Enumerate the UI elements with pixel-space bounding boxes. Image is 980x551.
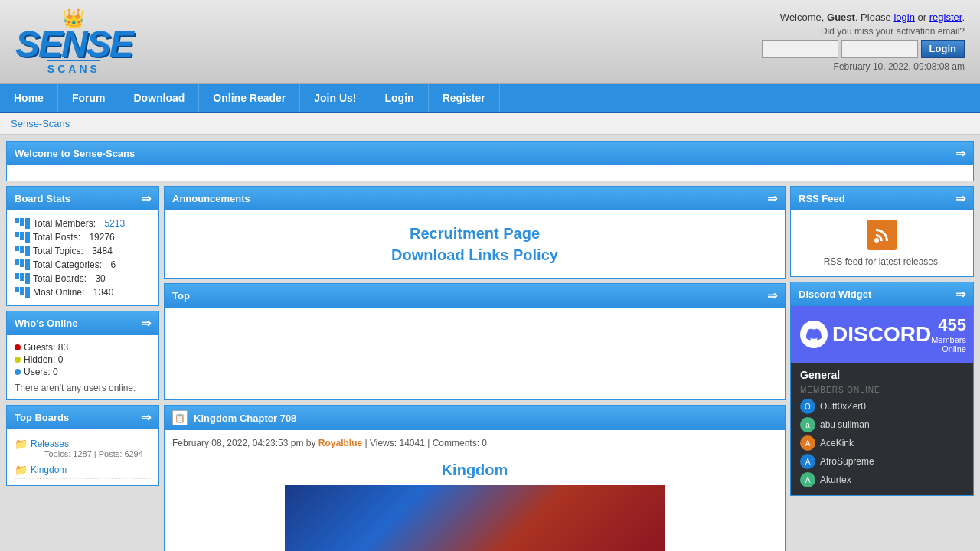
top-boards-toggle[interactable]: ⇒ — [141, 410, 151, 425]
discord-widget-toggle[interactable]: ⇒ — [956, 287, 965, 302]
board-kingdom: 📁 Kingdom — [15, 461, 151, 479]
stat-total-boards: Total Boards: 30 — [15, 272, 151, 285]
guests-row: Guests: 83 — [15, 341, 151, 354]
discord-widget-header: Discord Widget ⇒ — [791, 282, 973, 306]
board-kingdom-folder-icon: 📁 — [15, 464, 28, 476]
discord-widget-body: DISCORD 455 Members Online — [791, 306, 973, 363]
recruitment-link[interactable]: Recruitment Page — [177, 223, 773, 244]
nav-forum[interactable]: Forum — [58, 84, 120, 112]
whos-online-panel: Who's Online ⇒ Guests: 83 Hidden: 0 — [6, 311, 159, 400]
post-title[interactable]: Kingdom Chapter 708 — [194, 412, 296, 424]
post-by: by — [306, 438, 318, 448]
discord-section-label: MEMBERS ONLINE — [800, 386, 964, 394]
discord-count: 455 — [931, 315, 966, 335]
rss-feed-title: RSS Feed — [799, 193, 845, 204]
releases-stats: Topics: 1287 | Posts: 6294 — [44, 449, 143, 458]
announcements-toggle[interactable]: ⇒ — [767, 191, 777, 206]
stat-total-categories: Total Categories: 6 — [15, 258, 151, 272]
post-author[interactable]: Royalblue — [318, 438, 362, 448]
navigation: Home Forum Download Online Reader Join U… — [0, 84, 980, 113]
welcome-panel: Welcome to Sense-Scans ⇒ — [6, 141, 974, 181]
users-value: 0 — [53, 367, 58, 377]
discord-member-name-2: AceKink — [820, 438, 854, 448]
discord-avatar-1: a — [800, 417, 815, 432]
board-releases: 📁 Releases Topics: 1287 | Posts: 6294 — [15, 435, 151, 461]
top-panel-toggle[interactable]: ⇒ — [767, 289, 777, 303]
total-categories-label: Total Categories: — [33, 259, 102, 270]
discord-member-name-3: AfroSupreme — [820, 456, 874, 467]
login-link[interactable]: login — [893, 11, 914, 23]
svg-point-0 — [874, 238, 879, 243]
discord-online-label: Online — [931, 344, 966, 354]
board-stats-header: Board Stats ⇒ — [7, 187, 158, 210]
most-online-value: 1340 — [93, 287, 114, 298]
discord-logo: DISCORD — [800, 321, 931, 348]
guests-label: Guests: — [24, 342, 55, 353]
or-text: or — [915, 11, 929, 23]
welcome-panel-title: Welcome to Sense-Scans — [15, 148, 135, 159]
nav-home[interactable]: Home — [0, 84, 58, 112]
releases-link[interactable]: Releases — [31, 439, 69, 449]
password-input[interactable] — [841, 40, 918, 58]
stat-icon-boards — [15, 273, 30, 284]
post-views-value: 14041 — [399, 438, 424, 448]
breadcrumb: Sense-Scans — [0, 113, 980, 135]
discord-avatar-3: A — [800, 454, 815, 469]
logo-wrapper: 👑 SENSE SCANS — [15, 8, 132, 75]
discord-avatar-0: O — [800, 399, 815, 414]
top-panel-header: Top ⇒ — [165, 284, 785, 308]
rss-feed-panel: RSS Feed ⇒ RSS feed for latest releases. — [790, 186, 974, 277]
guests-dot — [15, 344, 21, 350]
total-members-value[interactable]: 5213 — [104, 218, 125, 229]
nav-register[interactable]: Register — [429, 84, 500, 112]
register-link[interactable]: register — [929, 11, 962, 23]
post-divider — [172, 455, 777, 455]
total-topics-value: 3484 — [92, 246, 113, 256]
stat-icon-most-online — [15, 287, 30, 298]
whos-online-title: Who's Online — [15, 318, 78, 329]
announcements-panel: Announcements ⇒ Recruitment Page Downloa… — [164, 186, 786, 279]
whos-online-toggle[interactable]: ⇒ — [141, 316, 151, 331]
stat-most-online: Most Online: 1340 — [15, 285, 151, 299]
total-boards-value: 30 — [95, 273, 105, 284]
rss-feed-toggle[interactable]: ⇒ — [956, 191, 965, 206]
username-input[interactable] — [762, 40, 838, 58]
download-links-policy-link[interactable]: Download Links Policy — [177, 244, 773, 266]
logo-sub: SCANS — [47, 60, 100, 75]
nav-download[interactable]: Download — [119, 84, 199, 112]
nav-login[interactable]: Login — [371, 84, 429, 112]
rss-icon[interactable] — [867, 220, 897, 250]
discord-dark-section: General MEMBERS ONLINE O Outf0xZer0 a ab… — [791, 363, 973, 495]
content-grid: Board Stats ⇒ Total Members: 5213 — [6, 186, 974, 551]
left-column: Board Stats ⇒ Total Members: 5213 — [6, 186, 159, 486]
welcome-panel-toggle[interactable]: ⇒ — [956, 146, 965, 161]
top-boards-header: Top Boards ⇒ — [7, 406, 158, 429]
welcome-panel-body — [7, 165, 973, 181]
datetime: February 10, 2022, 09:08:08 am — [762, 61, 965, 72]
board-stats-body: Total Members: 5213 Total Posts: 19276 — [7, 210, 158, 305]
total-topics-label: Total Topics: — [33, 246, 83, 256]
kingdom-link[interactable]: Kingdom — [31, 465, 67, 475]
whos-online-body: Guests: 83 Hidden: 0 Users: 0 There aren… — [7, 335, 158, 399]
board-stats-toggle[interactable]: ⇒ — [141, 191, 151, 206]
discord-avatar-2: A — [800, 435, 815, 451]
hidden-row: Hidden: 0 — [15, 354, 151, 366]
total-categories-value: 6 — [110, 259, 116, 270]
login-button[interactable]: Login — [921, 40, 965, 58]
discord-member-0: O Outf0xZer0 — [800, 397, 964, 416]
discord-general-label: General — [800, 369, 964, 381]
welcome-panel-header: Welcome to Sense-Scans ⇒ — [7, 142, 973, 165]
most-online-label: Most Online: — [33, 287, 84, 298]
post-body: February 08, 2022, 04:23:53 pm by Royalb… — [165, 430, 785, 551]
stat-icon-members — [15, 218, 30, 229]
please-text: . Please — [855, 11, 894, 23]
nav-join-us[interactable]: Join Us! — [300, 84, 371, 112]
breadcrumb-home[interactable]: Sense-Scans — [11, 118, 70, 129]
total-posts-value: 19276 — [89, 232, 114, 243]
discord-logo-text: DISCORD — [832, 322, 931, 347]
stat-icon-posts — [15, 232, 30, 243]
header-right: Welcome, Guest. Please login or register… — [762, 11, 965, 72]
board-stats-panel: Board Stats ⇒ Total Members: 5213 — [6, 186, 159, 306]
nav-online-reader[interactable]: Online Reader — [199, 84, 300, 112]
logo-area: 👑 SENSE SCANS — [15, 8, 132, 75]
